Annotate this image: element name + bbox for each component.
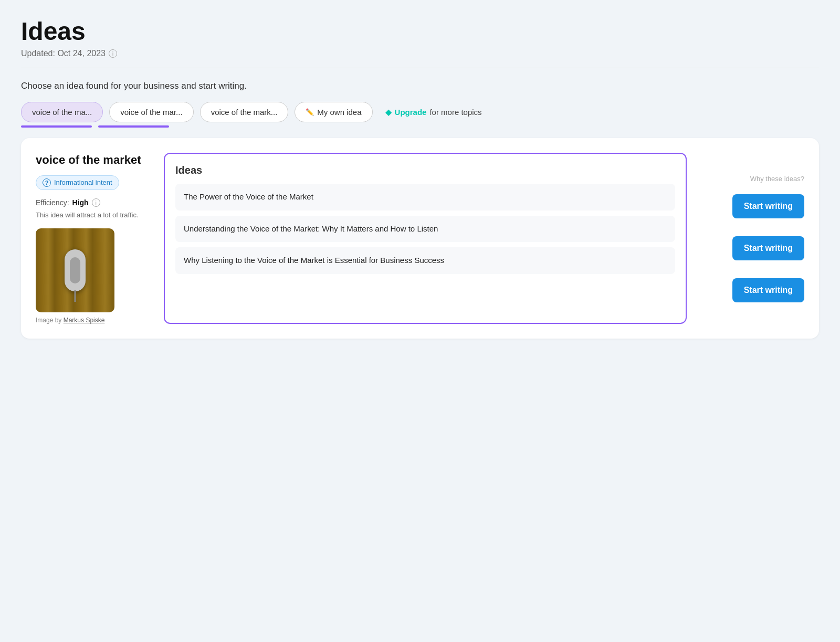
image-caption: Image by Markus Spiske (36, 317, 151, 324)
divider (21, 68, 819, 68)
upgrade-link[interactable]: Upgrade (395, 108, 427, 117)
idea-item-2: Understanding the Voice of the Market: W… (175, 216, 675, 243)
keyword-title: voice of the market (36, 153, 151, 168)
action-row-3: Start writing (699, 272, 804, 309)
info-icon[interactable]: i (109, 49, 117, 58)
idea-item-1: The Power of the Voice of the Market (175, 184, 675, 211)
keyword-panel: voice of the market ? Informational inte… (36, 153, 151, 324)
topic-pill-2[interactable]: voice of the mar... (109, 102, 193, 122)
updated-date: Updated: Oct 24, 2023 (21, 49, 106, 58)
start-writing-button-3[interactable]: Start writing (732, 278, 804, 302)
upgrade-section: ◆ Upgrade for more topics (385, 107, 482, 117)
why-ideas[interactable]: Why these ideas? (699, 175, 804, 183)
main-card: voice of the market ? Informational inte… (21, 138, 819, 339)
tabs-underline (21, 125, 819, 128)
ideas-panel-title: Ideas (175, 164, 675, 176)
keyword-image (36, 228, 114, 312)
start-writing-button-1[interactable]: Start writing (732, 194, 804, 218)
topics-row: voice of the ma... voice of the mar... v… (21, 102, 819, 122)
idea-item-3: Why Listening to the Voice of the Market… (175, 247, 675, 274)
diamond-icon: ◆ (385, 107, 392, 117)
pencil-icon: ✏️ (306, 108, 314, 116)
efficiency-desc: This idea will attract a lot of traffic. (36, 210, 151, 220)
q-icon: ? (43, 178, 51, 187)
action-row-2: Start writing (699, 230, 804, 267)
efficiency-row: Efficiency: High i (36, 198, 151, 207)
topic-pill-1[interactable]: voice of the ma... (21, 102, 103, 122)
intent-badge[interactable]: ? Informational intent (36, 175, 119, 190)
ideas-panel: Ideas The Power of the Voice of the Mark… (164, 153, 687, 324)
start-writing-button-2[interactable]: Start writing (732, 236, 804, 260)
topic-pill-3[interactable]: voice of the mark... (200, 102, 289, 122)
choose-text: Choose an idea found for your business a… (21, 81, 819, 91)
page-title: Ideas (21, 17, 819, 46)
efficiency-info-icon[interactable]: i (92, 198, 100, 207)
image-author-link[interactable]: Markus Spiske (64, 317, 105, 324)
action-row-1: Start writing (699, 188, 804, 225)
actions-panel: Why these ideas? Start writing Start wri… (699, 153, 804, 324)
own-idea-pill[interactable]: ✏️ My own idea (295, 102, 372, 122)
